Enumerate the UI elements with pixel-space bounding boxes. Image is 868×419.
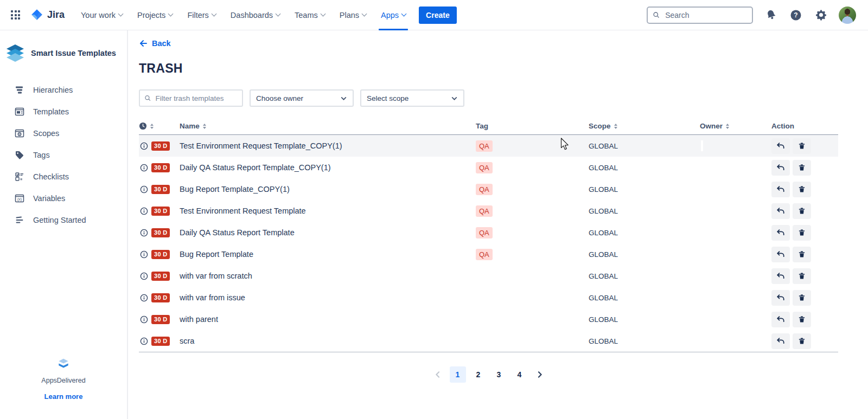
tag-badge: QA (476, 140, 493, 152)
back-link[interactable]: Back (139, 39, 171, 48)
column-owner[interactable]: Owner (700, 122, 771, 130)
sort-icon (726, 124, 729, 129)
info-icon[interactable] (140, 250, 148, 259)
chevron-down-icon (451, 95, 458, 102)
app-logo: Smart Issue Templates (0, 30, 127, 72)
app-switcher-icon[interactable] (11, 10, 20, 20)
sidebar-item-label: Templates (33, 107, 69, 116)
sidebar-item-label: Getting Started (33, 216, 86, 224)
info-icon[interactable] (140, 207, 148, 215)
info-icon[interactable] (140, 315, 148, 324)
help-icon[interactable]: ? (789, 8, 803, 22)
table-row[interactable]: 30 Dwith var from issueGLOBAL (139, 287, 838, 308)
table-row[interactable]: 30 Dwith parentGLOBAL (139, 308, 838, 330)
scope-value: GLOBAL (589, 250, 700, 259)
table-row[interactable]: 30 DBug Report TemplateQAGLOBAL (139, 243, 838, 265)
info-icon[interactable] (140, 185, 148, 194)
select-scope-value: Select scope (367, 94, 409, 102)
table-row[interactable]: 30 DDaily QA Status Report Template_COPY… (139, 157, 838, 178)
sidebar-item-checklists[interactable]: Checklists (0, 166, 127, 188)
ttl-badge: 30 D (151, 337, 170, 346)
sort-icon (614, 124, 617, 129)
delete-forever-button[interactable] (793, 290, 811, 306)
delete-forever-button[interactable] (793, 333, 811, 349)
ttl-badge: 30 D (151, 315, 170, 324)
global-search-input[interactable] (664, 10, 747, 20)
sidebar-item-scopes[interactable]: Scopes (0, 123, 127, 144)
settings-gear-icon[interactable] (814, 8, 828, 22)
sidebar-item-hierarchies[interactable]: Hierarchies (0, 79, 127, 101)
info-icon[interactable] (140, 294, 148, 302)
column-scope[interactable]: Scope (589, 122, 700, 130)
sort-icon (150, 124, 154, 129)
nav-item-filters[interactable]: Filters (187, 11, 215, 20)
delete-forever-button[interactable] (793, 247, 811, 262)
nav-item-dashboards[interactable]: Dashboards (231, 11, 280, 20)
global-search[interactable] (647, 7, 753, 24)
table-row[interactable]: 30 DTest Environment Request TemplateQAG… (139, 200, 838, 222)
nav-item-teams[interactable]: Teams (295, 11, 325, 20)
table-row[interactable]: 30 DscraGLOBAL (139, 330, 838, 352)
column-name[interactable]: Name (180, 122, 476, 130)
scope-value: GLOBAL (589, 272, 700, 280)
notifications-bell-icon[interactable] (764, 8, 778, 22)
info-icon[interactable] (140, 142, 148, 150)
delete-forever-button[interactable] (793, 138, 811, 154)
info-icon[interactable] (140, 337, 148, 345)
create-button[interactable]: Create (419, 7, 457, 24)
select-scope-select[interactable]: Select scope (360, 89, 464, 107)
sort-icon (203, 124, 206, 129)
table-row[interactable]: 30 DDaily QA Status Report TemplateQAGLO… (139, 222, 838, 243)
table-row[interactable]: 30 Dwith var from scratchGLOBAL (139, 265, 838, 287)
pagination-page-3[interactable]: 3 (491, 366, 507, 383)
nav-item-apps[interactable]: Apps (381, 11, 406, 20)
restore-button[interactable] (771, 290, 790, 306)
pagination-page-1[interactable]: 1 (450, 366, 466, 383)
sidebar-item-getting-started[interactable]: Getting Started (0, 209, 127, 231)
delete-forever-button[interactable] (793, 268, 811, 284)
delete-forever-button[interactable] (793, 203, 811, 219)
sidebar-item-tags[interactable]: Tags (0, 144, 127, 166)
restore-button[interactable] (771, 160, 790, 176)
table-row[interactable]: 30 DTest Environment Request Template_CO… (139, 135, 838, 157)
sidebar-item-templates[interactable]: Templates (0, 101, 127, 123)
restore-button[interactable] (771, 247, 790, 262)
chevron-down-icon (401, 11, 407, 17)
restore-button[interactable] (771, 203, 790, 219)
restore-button[interactable] (771, 333, 790, 349)
restore-button[interactable] (771, 312, 790, 327)
jira-logo[interactable]: Jira (30, 8, 65, 22)
delete-forever-button[interactable] (793, 160, 811, 176)
filter-templates-field[interactable] (139, 89, 243, 107)
nav-item-plans[interactable]: Plans (340, 11, 366, 20)
sidebar-item-label: Tags (33, 151, 50, 159)
info-icon[interactable] (140, 229, 148, 237)
choose-owner-select[interactable]: Choose owner (250, 89, 354, 107)
restore-button[interactable] (771, 182, 790, 197)
learn-more-link[interactable]: Learn more (0, 392, 127, 401)
scopes-icon (14, 128, 25, 139)
restore-button[interactable] (771, 138, 790, 154)
nav-item-label: Dashboards (231, 11, 273, 20)
filter-templates-input[interactable] (154, 94, 238, 103)
scope-value: GLOBAL (589, 294, 700, 302)
svg-text:(x): (x) (17, 197, 22, 202)
pagination-page-2[interactable]: 2 (470, 366, 487, 383)
column-ttl[interactable] (139, 122, 180, 130)
tag-badge: QA (476, 227, 493, 238)
restore-button[interactable] (771, 268, 790, 284)
info-icon[interactable] (140, 164, 148, 172)
nav-item-your-work[interactable]: Your work (81, 11, 123, 20)
nav-item-projects[interactable]: Projects (137, 11, 173, 20)
pagination-page-4[interactable]: 4 (512, 366, 528, 383)
pagination-next[interactable] (532, 367, 547, 382)
info-icon[interactable] (140, 272, 148, 280)
delete-forever-button[interactable] (793, 225, 811, 241)
delete-forever-button[interactable] (793, 312, 811, 327)
sidebar-item-variables[interactable]: (x)Variables (0, 188, 127, 209)
delete-forever-button[interactable] (793, 182, 811, 197)
user-avatar[interactable] (839, 7, 856, 24)
table-row[interactable]: 30 DBug Report Template_COPY(1)QAGLOBAL (139, 178, 838, 200)
restore-button[interactable] (771, 225, 790, 241)
back-arrow-icon (139, 39, 148, 48)
